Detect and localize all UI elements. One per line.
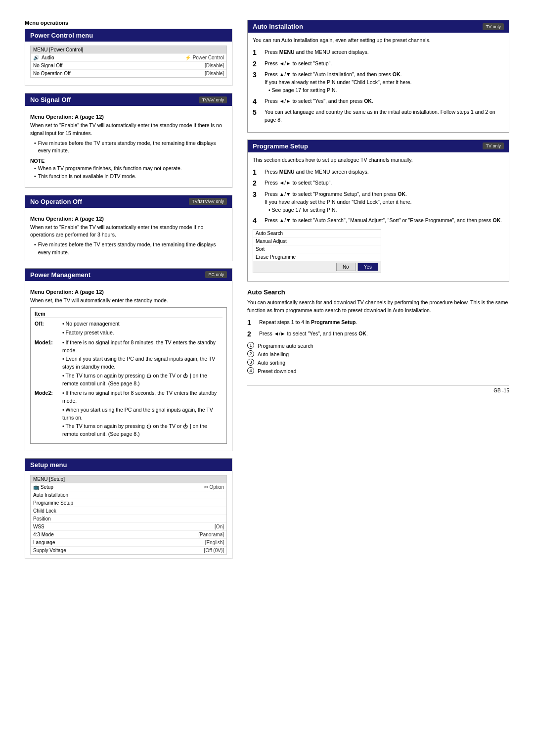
position-label: Position [33,516,51,521]
supply-voltage-value: [Off (0V)] [204,548,224,553]
prog-step-2-num: 2 [253,179,261,188]
setup-row-icons: 📺 Setup ✂ Option [31,483,226,491]
circle-3: 3 [247,359,254,366]
power-mgmt-subtitle: Menu Operation: A (page 12) [30,289,227,295]
circle-2: 2 [247,350,254,357]
menu-row-no-signal: No Signal Off [Disable] [31,61,226,69]
no-signal-off-label: No Signal Off [33,63,62,68]
auto-list-1: 1 Programme auto search [247,342,509,350]
prog-no-button[interactable]: No [336,263,356,271]
programme-setup-label: Programme Setup [33,500,73,506]
no-signal-off-content: Menu Operation: A (page 12) When set to … [25,106,232,188]
mode2-item: Mode2: • If there is no signal input for… [35,389,222,438]
no-signal-off-header: No Signal Off TV/AV only [25,94,232,106]
no-signal-off-value: [Disable] [205,63,224,68]
step-4: 4 Press ◄/► to select "Yes", and then pr… [253,97,504,106]
language-label: Language [33,540,55,545]
power-control-icon: ⚡ [185,55,191,60]
off-content: • No power management • Factory preset v… [62,320,120,337]
programme-table: Auto Search Manual Adjust Sort Erase Pro… [253,229,381,273]
setup-row-language: Language [English] [31,538,226,546]
wss-value: [On] [215,524,224,529]
power-management-badge: PC only [205,271,227,278]
power-management-section: Power Management PC only Menu Operation:… [25,268,232,451]
no-operation-off-value: [Disable] [205,71,224,76]
language-value: [English] [205,540,224,545]
auto-step-2-content: Press ◄/► to select "Yes", and then pres… [259,330,509,338]
prog-step-4-num: 4 [253,217,261,225]
programme-setup-content: This section describes how to set up ana… [248,152,509,281]
programme-setup-body: This section describes how to set up ana… [253,156,504,164]
audio-icon: 🔊 [33,55,39,60]
step-2: 2 Press ◄/► to select "Setup". [253,60,504,68]
power-management-title: Power Management [30,271,90,279]
no-operation-off-header: No Operation Off TV/DTV/AV only [25,195,232,208]
circle-4: 4 [247,367,254,374]
auto-search-steps: 1 Repeat steps 1 to 4 in Programme Setup… [247,319,509,338]
no-operation-off-section: No Operation Off TV/DTV/AV only Menu Ope… [25,195,232,261]
setup-menu-title: Setup menu [30,461,67,469]
prog-step-4-content: Press ▲/▼ to select "Auto Search", "Manu… [265,217,504,225]
menu-operations-title: Menu operations [25,20,232,26]
no-signal-note: NOTE When a TV programme finishes, this … [30,158,227,181]
auto-install-body: You can run Auto Installation again, eve… [253,37,504,45]
no-operation-off-title: No Operation Off [30,198,82,205]
prog-step-3-content: Press ▲/▼ to select "Programme Setup", a… [265,190,504,214]
setup-row-programme-setup: Programme Setup [31,499,226,507]
step-1-num: 1 [253,48,261,57]
setup-row-position: Position [31,515,226,522]
power-mgmt-body: When set, the TV will automatically ente… [30,297,227,305]
circle-1: 1 [247,342,254,349]
auto-install-label: Auto Installation [33,492,68,498]
no-operation-off-label: No Operation Off [33,71,70,76]
no-signal-off-title: No Signal Off [30,96,71,103]
setup-menu-content: MENU [Setup] 📺 Setup ✂ Option Auto Insta… [25,471,232,559]
no-operation-bullet: Five minutes before the TV enters standb… [34,241,227,257]
setup-option: ✂ Option [204,484,224,490]
setup-menu-header: Setup menu [25,459,232,471]
auto-installation-badge: TV only [483,23,504,30]
prog-step-3-num: 3 [253,190,261,214]
programme-setup-badge: TV only [483,142,504,149]
auto-list-3: 3 Auto sorting [247,359,509,367]
auto-installation-section: Auto Installation TV only You can run Au… [247,20,509,133]
setup-row-wss: WSS [On] [31,522,226,530]
auto-installation-header: Auto Installation TV only [248,20,509,33]
setup-menu-header-row: MENU [Setup] [31,475,226,483]
auto-step-1: 1 Repeat steps 1 to 4 in Programme Setup… [247,319,509,327]
no-operation-body: When set to "Enable" the TV will automat… [30,224,227,239]
step-3: 3 Press ▲/▼ to select "Auto Installation… [253,71,504,94]
no-signal-off-section: No Signal Off TV/AV only Menu Operation:… [25,93,232,188]
setup-header-text: MENU [Setup] [33,476,65,482]
power-management-content: Menu Operation: A (page 12) When set, th… [25,281,232,451]
prog-row-manual-adjust: Manual Adjust [253,237,381,245]
programme-setup-section: Programme Setup TV only This section des… [247,140,509,282]
wss-label: WSS [33,524,44,529]
prog-buttons: No Yes [253,261,381,273]
note-title: NOTE [30,158,227,164]
no-operation-off-content: Menu Operation: A (page 12) When set to … [25,208,232,261]
no-operation-off-badge: TV/DTV/AV only [189,198,227,205]
setup-row-43mode: 4:3 Mode [Panorama] [31,530,226,538]
prog-row-auto-search: Auto Search [253,230,381,237]
mode1-label: Mode1: [35,339,59,388]
auto-search-title: Auto Search [247,288,509,296]
prog-step-4: 4 Press ▲/▼ to select "Auto Search", "Ma… [253,217,504,225]
setup-tv-icon: 📺 Setup [33,484,53,490]
programme-setup-title: Programme Setup [253,142,308,150]
note-item-2: This function is not available in DTV mo… [34,173,227,181]
setup-row-child-lock: Child Lock [31,507,226,515]
setup-row-supply-voltage: Supply Voltage [Off (0V)] [31,546,226,554]
setup-menu-table: MENU [Setup] 📺 Setup ✂ Option Auto Insta… [30,475,227,555]
mode1-content: • If there is no signal input for 8 minu… [62,339,222,388]
prog-yes-button[interactable]: Yes [357,263,378,271]
prog-step-1-num: 1 [253,168,261,177]
list-label-2: Auto labelling [258,350,289,359]
auto-list-4: 4 Preset download [247,367,509,376]
step-4-num: 4 [253,97,261,106]
43mode-label: 4:3 Mode [33,532,54,537]
programme-setup-steps: 1 Press MENU and the MENU screen display… [253,168,504,226]
step-2-num: 2 [253,60,261,68]
no-operation-subtitle: Menu Operation: A (page 12) [30,216,227,222]
power-mgmt-item-table: Item Off: • No power management • Factor… [30,307,227,444]
